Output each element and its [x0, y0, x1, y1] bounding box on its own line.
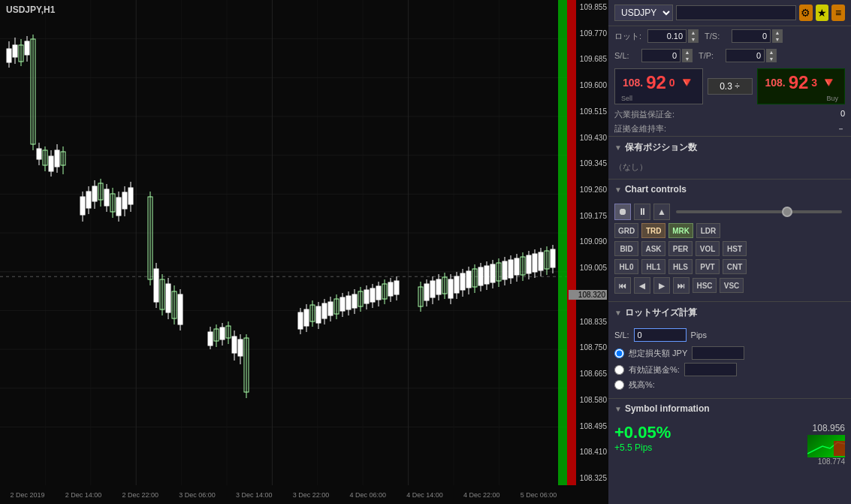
grd-button[interactable]: GRD	[614, 223, 638, 238]
hst-button[interactable]: HST	[723, 241, 747, 256]
per-button[interactable]: PER	[668, 241, 693, 256]
lot-input-group: ▲ ▼	[647, 29, 699, 43]
candlestick-chart	[0, 0, 567, 485]
svg-rect-26	[13, 45, 17, 57]
hl1-button[interactable]: HL1	[641, 259, 665, 274]
buy-arrow-icon: 🔻	[820, 74, 837, 91]
svg-rect-24	[7, 49, 11, 62]
sell-price-suffix: 0	[669, 77, 675, 89]
radio-loss-amount[interactable]	[614, 349, 624, 358]
hls-button[interactable]: HLS	[668, 259, 693, 274]
nav-prev-button[interactable]: ◀	[634, 277, 650, 294]
nav-next-button[interactable]: ▶	[653, 277, 670, 294]
buy-button[interactable]: 108. 92 3 🔻 Buy	[757, 68, 846, 104]
svg-rect-90	[304, 309, 309, 326]
symbol-select[interactable]: USDJPY	[614, 5, 673, 21]
time-label: 2 Dec 2019	[11, 491, 45, 499]
svg-rect-152	[508, 260, 513, 278]
svg-rect-166	[551, 249, 555, 267]
radio-balance-pct[interactable]	[614, 380, 624, 390]
ask-button[interactable]: ASK	[641, 241, 665, 256]
symbol-input[interactable]	[676, 5, 796, 20]
tp-input[interactable]	[726, 49, 765, 62]
symbol-info-arrow-icon: ▼	[614, 405, 622, 413]
lot-spin-up[interactable]: ▲	[688, 29, 699, 36]
gear-button[interactable]: ⚙	[799, 5, 813, 21]
time-label: 2 Dec 14:00	[65, 491, 102, 499]
lot-size-arrow-icon: ▼	[614, 309, 622, 317]
svg-rect-38	[49, 156, 53, 171]
chart-pause-button[interactable]: ⏸	[634, 204, 650, 220]
nav-first-button[interactable]: ⏮	[614, 277, 631, 294]
hl0-button[interactable]: HL0	[614, 259, 638, 274]
menu-button[interactable]: ≡	[831, 5, 845, 21]
sl-spin-up[interactable]: ▲	[682, 49, 693, 56]
lot-sl-label: S/L:	[614, 330, 629, 340]
svg-rect-74	[208, 332, 213, 346]
svg-rect-118	[388, 282, 393, 296]
ts-input[interactable]	[732, 29, 771, 43]
ts-spin-down[interactable]: ▼	[772, 36, 783, 43]
chart-zoom-slider[interactable]	[676, 210, 842, 213]
mrk-button[interactable]: MRK	[668, 223, 693, 238]
vsc-button[interactable]: VSC	[720, 278, 744, 293]
price-label: 109.600	[569, 81, 607, 89]
loss-amount-input[interactable]	[692, 346, 744, 360]
spread-input[interactable]	[708, 78, 753, 95]
tp-spin-down[interactable]: ▼	[766, 56, 777, 62]
chart-ctrl-row-4: HL0 HL1 HLS PVT CNT	[614, 259, 845, 274]
chart-controls-arrow-icon: ▼	[614, 186, 622, 194]
nav-last-button[interactable]: ⏭	[673, 277, 690, 294]
vol-button[interactable]: VOL	[696, 241, 720, 256]
svg-rect-124	[424, 284, 429, 300]
chart-play-button[interactable]: ⏺	[614, 204, 631, 220]
sell-button[interactable]: 108. 92 0 🔻 Sell	[614, 68, 703, 104]
pvt-button[interactable]: PVT	[696, 259, 720, 274]
lot-sl-input[interactable]	[634, 328, 687, 342]
svg-rect-132	[448, 279, 453, 298]
svg-rect-46	[86, 192, 91, 208]
svg-rect-106	[352, 294, 357, 308]
svg-rect-56	[116, 198, 121, 216]
buy-price-main: 92	[789, 72, 809, 93]
sl-input[interactable]	[641, 49, 680, 62]
chart-controls-section-header[interactable]: ▼ Chart controls	[608, 179, 851, 199]
ts-spin-up[interactable]: ▲	[772, 29, 783, 36]
sell-price-prefix: 108.	[623, 77, 643, 89]
chart-ctrl-row-2: GRD TRD MRK LDR	[614, 223, 845, 238]
chart-ctrl-row-1: ⏺ ⏸ ▲	[614, 204, 845, 220]
lot-size-section-header[interactable]: ▼ ロットサイズ計算	[608, 301, 851, 324]
radio-row-1: 想定損失額 JPY	[614, 346, 845, 360]
bid-button[interactable]: BID	[614, 241, 638, 256]
sl-spin-down[interactable]: ▼	[682, 56, 693, 62]
chart-ctrl-row-3: BID ASK PER VOL HST	[614, 241, 845, 256]
svg-rect-98	[328, 302, 333, 315]
sidebar: USDJPY ⚙ ★ ≡ ロット: ▲ ▼ T/S: ▲ ▼ S/L:	[608, 0, 851, 504]
chart-up-button[interactable]: ▲	[653, 204, 670, 220]
time-label: 3 Dec 22:00	[293, 491, 330, 499]
lot-spin-down[interactable]: ▼	[688, 36, 699, 43]
hsc-button[interactable]: HSC	[693, 278, 717, 293]
svg-rect-138	[466, 271, 471, 288]
symbol-info-section-header[interactable]: ▼ Symbol information	[608, 398, 851, 418]
svg-rect-134	[454, 276, 459, 293]
position-section-header[interactable]: ▼ 保有ポジション数	[608, 136, 851, 158]
svg-rect-82	[232, 337, 237, 353]
price-buttons-row: 108. 92 0 🔻 Sell 108. 92 3 🔻 Buy	[608, 65, 851, 107]
symbol-change-pct: +0.05%	[614, 423, 671, 442]
price-label: 109.685	[569, 55, 607, 63]
time-label: 4 Dec 14:00	[406, 491, 443, 499]
cnt-button[interactable]: CNT	[723, 259, 747, 274]
price-label: 109.005	[569, 264, 607, 272]
star-button[interactable]: ★	[816, 5, 829, 21]
ldr-button[interactable]: LDR	[696, 223, 720, 238]
radio-equity-pct[interactable]	[614, 365, 624, 375]
time-label: 3 Dec 06:00	[179, 491, 216, 499]
lot-input[interactable]	[647, 29, 687, 43]
trd-button[interactable]: TRD	[641, 223, 665, 238]
radio-balance-label: 残高%:	[629, 379, 655, 391]
svg-rect-154	[515, 258, 519, 275]
equity-pct-input[interactable]	[684, 363, 737, 376]
tp-spin-up[interactable]: ▲	[766, 49, 777, 56]
tp-input-group: ▲ ▼	[726, 49, 777, 62]
